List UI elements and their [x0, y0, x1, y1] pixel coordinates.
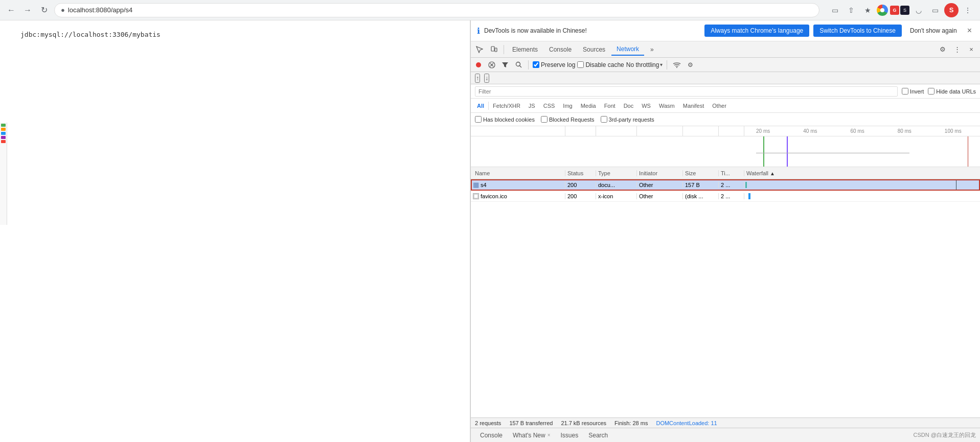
share-icon[interactable]: ⇧ — [844, 3, 858, 17]
settings-icon[interactable]: ⚙ — [936, 43, 949, 56]
col-header-status[interactable]: Status — [565, 170, 596, 176]
filter-tab-fetch[interactable]: Fetch/XHR — [489, 101, 525, 111]
filter-tab-doc[interactable]: Doc — [620, 101, 638, 111]
hide-data-urls-label[interactable]: Hide data URLs — [928, 88, 976, 95]
bottom-tab-whats-new[interactable]: What's New × — [508, 430, 555, 441]
tab-elements[interactable]: Elements — [507, 44, 543, 55]
bookmark-icon[interactable]: ★ — [860, 3, 875, 17]
favicon-icon — [473, 193, 479, 199]
refresh-button[interactable]: ↻ — [38, 4, 50, 16]
tab-network[interactable]: Network — [611, 43, 644, 56]
screen-share-icon[interactable]: ▭ — [828, 3, 842, 17]
blocked-requests-checkbox[interactable] — [541, 116, 548, 123]
profile-button[interactable]: S — [944, 3, 959, 17]
blocked-requests-label[interactable]: Blocked Requests — [541, 116, 595, 123]
filter-icon[interactable] — [499, 59, 511, 71]
col-header-initiator[interactable]: Initiator — [637, 170, 683, 176]
blocked-requests-text: Blocked Requests — [549, 117, 595, 123]
window-icon[interactable]: ▭ — [928, 3, 942, 17]
bottom-tab-search[interactable]: Search — [583, 430, 613, 441]
has-blocked-cookies-checkbox[interactable] — [475, 116, 482, 123]
filter-tab-other[interactable]: Other — [708, 101, 731, 111]
filter-tab-js[interactable]: JS — [525, 101, 539, 111]
filter-tab-all[interactable]: All — [473, 101, 488, 111]
minimap-bar-orange — [1, 128, 6, 131]
request-line — [787, 136, 788, 167]
page-content-text: jdbc:mysql://localhost:3306/mybatis — [20, 31, 161, 38]
disable-cache-label[interactable]: Disable cache — [577, 61, 624, 68]
filter-tab-font[interactable]: Font — [600, 101, 620, 111]
hide-data-urls-checkbox[interactable] — [928, 88, 935, 95]
devtools-main-toolbar: Elements Console Sources Network » ⚙ ⋮ × — [471, 41, 980, 58]
row-name-cell-s4: ▦ s4 — [471, 181, 565, 189]
invert-checkbox-label[interactable]: Invert — [902, 88, 924, 95]
minimap-bar-blue — [1, 132, 6, 135]
col-header-type[interactable]: Type — [596, 170, 637, 176]
disable-cache-text: Disable cache — [585, 61, 624, 68]
puzzle-icon[interactable]: ◡ — [911, 3, 926, 17]
address-bar[interactable]: ● localhost:8080/app/s4 — [54, 3, 819, 17]
record-button[interactable] — [473, 59, 484, 71]
banner-close-button[interactable]: × — [965, 26, 974, 35]
third-party-checkbox[interactable] — [601, 116, 607, 123]
col-name-label: Name — [475, 170, 490, 176]
filter-tab-wasm[interactable]: Wasm — [655, 101, 679, 111]
throttle-selector[interactable]: No throttling ▾ — [626, 61, 663, 68]
network-settings-icon[interactable]: ⚙ — [685, 59, 696, 71]
table-row[interactable]: favicon.ico 200 x-icon Other (disk ... 2… — [471, 191, 980, 202]
disable-cache-checkbox[interactable] — [577, 61, 584, 68]
upload-icon[interactable]: ↑ — [475, 74, 480, 83]
preserve-log-text: Preserve log — [541, 61, 575, 68]
filter-tab-media[interactable]: Media — [577, 101, 600, 111]
finish-line — [968, 136, 968, 167]
network-toolbar: Preserve log Disable cache No throttling… — [471, 58, 980, 72]
svg-rect-8 — [474, 194, 478, 198]
col-header-time[interactable]: Ti... — [719, 170, 744, 176]
page-body: jdbc:mysql://localhost:3306/mybatis — [10, 31, 460, 38]
tab-console[interactable]: Console — [544, 44, 577, 55]
bottom-tab-issues[interactable]: Issues — [556, 430, 584, 441]
search-icon[interactable] — [513, 59, 524, 71]
row-time-favicon: 2 ... — [719, 193, 744, 199]
marker-40ms: 40 ms — [803, 128, 817, 134]
row-size-favicon: (disk ... — [683, 193, 719, 199]
preserve-log-label[interactable]: Preserve log — [533, 61, 575, 68]
download-icon[interactable]: ↓ — [484, 74, 489, 83]
device-toolbar-icon[interactable] — [487, 43, 500, 56]
dont-show-again-button[interactable]: Don't show again — [906, 25, 961, 37]
filter-tab-manifest[interactable]: Manifest — [679, 101, 709, 111]
forward-button[interactable]: → — [21, 4, 34, 16]
whats-new-close-icon[interactable]: × — [548, 432, 551, 438]
col-header-name[interactable]: Name — [471, 170, 565, 176]
col-header-size[interactable]: Size — [683, 170, 719, 176]
third-party-label[interactable]: 3rd-party requests — [601, 116, 654, 123]
tab-more[interactable]: » — [645, 44, 659, 55]
always-match-button[interactable]: Always match Chrome's language — [704, 25, 809, 37]
devtools-options-icon[interactable]: ⋮ — [950, 43, 964, 56]
back-button[interactable]: ← — [5, 4, 17, 16]
clear-button[interactable] — [486, 59, 497, 71]
col-header-waterfall[interactable]: Waterfall ▲ — [744, 170, 980, 176]
chart-init-col — [637, 136, 683, 167]
table-row[interactable]: ▦ s4 200 docu... Other 157 B 2 ... — [471, 179, 980, 191]
inspect-element-icon[interactable] — [473, 43, 486, 56]
close-devtools-icon[interactable]: × — [965, 43, 978, 56]
resources-size: 21.7 kB resources — [561, 420, 606, 426]
switch-devtools-button[interactable]: Switch DevTools to Chinese — [813, 25, 902, 37]
marker-20ms: 20 ms — [756, 128, 770, 134]
transferred-size: 157 B transferred — [509, 420, 553, 426]
wifi-icon[interactable] — [671, 59, 682, 71]
tab-sources[interactable]: Sources — [578, 44, 610, 55]
invert-checkbox[interactable] — [902, 88, 908, 95]
filter-tab-img[interactable]: Img — [559, 101, 576, 111]
row-name-cell-favicon: favicon.ico — [471, 193, 565, 199]
row-type-s4: docu... — [596, 182, 637, 188]
bottom-tab-console[interactable]: Console — [475, 430, 508, 441]
menu-icon[interactable]: ⋮ — [961, 3, 975, 17]
filter-tab-ws[interactable]: WS — [637, 101, 655, 111]
filter-tab-css[interactable]: CSS — [539, 101, 559, 111]
invert-text: Invert — [910, 88, 924, 95]
filter-input[interactable] — [475, 86, 898, 97]
has-blocked-cookies-label[interactable]: Has blocked cookies — [475, 116, 535, 123]
preserve-log-checkbox[interactable] — [533, 61, 539, 68]
